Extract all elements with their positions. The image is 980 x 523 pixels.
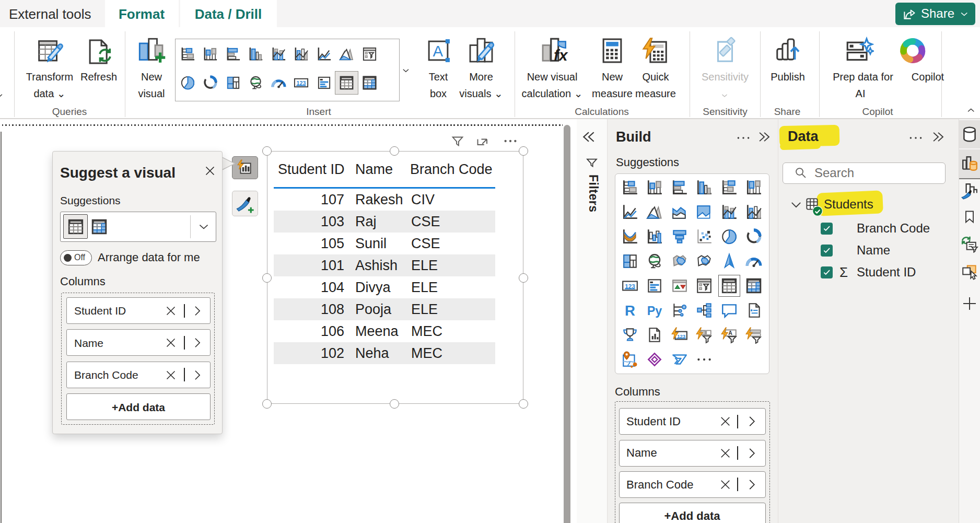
svg-text:A: A <box>728 330 732 336</box>
svg-text:A: A <box>433 43 443 60</box>
svg-text:Py: Py <box>647 304 662 318</box>
svg-text:fx: fx <box>554 47 568 64</box>
svg-text:R: R <box>625 303 635 319</box>
